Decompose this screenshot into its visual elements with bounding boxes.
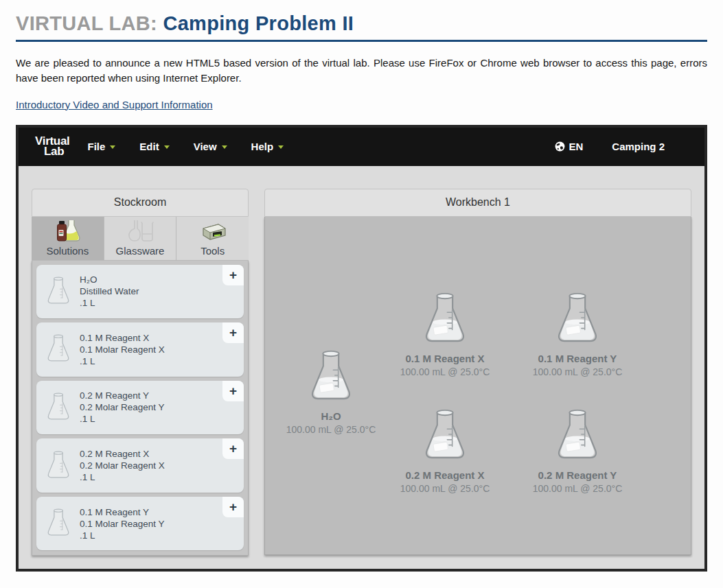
add-to-workbench-button[interactable]: +: [222, 322, 244, 343]
app-content: Stockroom Solutions: [19, 166, 704, 556]
menu-view[interactable]: View: [194, 141, 227, 152]
stock-item-01m-reagent-x[interactable]: 0.1 M Reagent X 0.1 Molar Reagent X .1 L…: [36, 322, 244, 377]
bench-flask-info: 100.00 mL @ 25.0°C: [266, 424, 396, 435]
bench-flask-info: 100.00 mL @ 25.0°C: [512, 483, 643, 494]
stock-item-volume: .1 L: [80, 297, 139, 309]
stock-item-desc: 0.2 Molar Reagent X: [80, 460, 165, 471]
add-to-workbench-button[interactable]: +: [222, 381, 244, 401]
stockroom-panel: Stockroom Solutions: [32, 189, 249, 556]
menu-edit[interactable]: Edit: [139, 141, 169, 152]
flask-icon: [46, 450, 71, 482]
stock-item-desc: Distilled Water: [80, 285, 139, 297]
intro-paragraph: We are pleased to announce a new HTML5 b…: [16, 56, 707, 86]
menu-file[interactable]: File: [88, 141, 116, 152]
stock-item-name: 0.2 M Reagent Y: [80, 390, 165, 401]
tab-tools-label: Tools: [200, 245, 225, 257]
glassware-icon: [126, 219, 154, 244]
menu-view-label: View: [194, 141, 217, 152]
menu-help[interactable]: Help: [251, 141, 284, 152]
erlenmeyer-flask-icon: [422, 291, 468, 349]
assignment-title: Camping 2: [612, 141, 665, 152]
menu-edit-label: Edit: [139, 141, 159, 152]
intro-video-link[interactable]: Introductory Video and Support Informati…: [16, 99, 213, 110]
erlenmeyer-flask-icon: [308, 349, 354, 406]
chevron-down-icon: [164, 145, 170, 149]
page-title-main: Camping Problem II: [163, 12, 354, 34]
tab-solutions[interactable]: Solutions: [32, 217, 104, 261]
logo-line2: Lab: [35, 147, 70, 157]
bench-flask-02m-reagent-y[interactable]: 0.2 M Reagent Y 100.00 mL @ 25.0°C: [512, 408, 643, 494]
bench-flask-name: H₂O: [266, 410, 396, 422]
page-title-prefix: VIRTUAL LAB:: [16, 12, 157, 34]
workbench-panel: Workbench 1 H₂O 100.00 mL @ 25.0°C 0.1 M…: [264, 189, 691, 556]
bench-flask-info: 100.00 mL @ 25.0°C: [380, 483, 510, 494]
stock-item-name: H₂O: [80, 274, 139, 285]
erlenmeyer-flask-icon: [555, 291, 600, 349]
add-to-workbench-button[interactable]: +: [222, 265, 244, 285]
stockroom-header: Stockroom: [32, 189, 249, 217]
stock-item-volume: .1 L: [80, 471, 165, 483]
bench-flask-name: 0.2 M Reagent X: [380, 469, 510, 481]
stock-item-name: 0.2 M Reagent X: [80, 448, 165, 460]
navbar-right: EN Camping 2: [555, 141, 695, 152]
bench-flask-info: 100.00 mL @ 25.0°C: [380, 366, 510, 377]
page: VIRTUAL LAB: Camping Problem II We are p…: [0, 0, 723, 572]
bench-flask-01m-reagent-y[interactable]: 0.1 M Reagent Y 100.00 mL @ 25.0°C: [512, 291, 643, 377]
chevron-down-icon: [110, 145, 115, 149]
tab-glassware[interactable]: Glassware: [104, 217, 177, 261]
stock-item-02m-reagent-x[interactable]: 0.2 M Reagent X 0.2 Molar Reagent X .1 L…: [36, 438, 244, 493]
title-underline: [16, 40, 707, 42]
language-label: EN: [569, 141, 583, 152]
workbench-surface: H₂O 100.00 mL @ 25.0°C 0.1 M Reagent X 1…: [264, 217, 691, 555]
add-to-workbench-button[interactable]: +: [222, 438, 244, 459]
page-title: VIRTUAL LAB: Camping Problem II: [16, 12, 707, 35]
stock-item-desc: 0.1 Molar Reagent Y: [80, 518, 165, 530]
erlenmeyer-flask-icon: [422, 408, 468, 465]
tab-tools[interactable]: Tools: [176, 217, 249, 261]
bench-flask-name: 0.1 M Reagent Y: [512, 353, 643, 364]
tab-solutions-label: Solutions: [46, 245, 89, 257]
globe-icon: [555, 141, 565, 152]
bench-flask-h2o[interactable]: H₂O 100.00 mL @ 25.0°C: [266, 349, 396, 435]
flask-icon: [46, 392, 71, 423]
flask-icon: [46, 508, 71, 539]
stockroom-item-list: H₂O Distilled Water .1 L + 0.1 M Reagent…: [32, 261, 249, 556]
menu-file-label: File: [88, 141, 106, 152]
add-to-workbench-button[interactable]: +: [222, 497, 244, 517]
bench-flask-02m-reagent-x[interactable]: 0.2 M Reagent X 100.00 mL @ 25.0°C: [380, 408, 510, 494]
stock-item-02m-reagent-y[interactable]: 0.2 M Reagent Y 0.2 Molar Reagent Y .1 L…: [36, 381, 244, 435]
bench-flask-info: 100.00 mL @ 25.0°C: [512, 366, 643, 377]
app-navbar: Virtual Lab File Edit View Help: [19, 128, 704, 166]
bench-flask-name: 0.1 M Reagent X: [380, 353, 510, 364]
stock-item-text: H₂O Distilled Water .1 L: [80, 274, 139, 309]
scale-icon: [198, 219, 228, 244]
stock-item-volume: .1 L: [80, 530, 165, 541]
stock-item-text: 0.2 M Reagent X 0.2 Molar Reagent X .1 L: [80, 448, 165, 483]
bench-flask-01m-reagent-x[interactable]: 0.1 M Reagent X 100.00 mL @ 25.0°C: [380, 291, 510, 377]
virtual-lab-app-frame: Virtual Lab File Edit View Help: [16, 125, 707, 572]
solutions-flask-icon: [53, 219, 82, 244]
stock-item-text: 0.1 M Reagent Y 0.1 Molar Reagent Y .1 L: [80, 506, 165, 541]
stock-item-volume: .1 L: [80, 413, 165, 425]
menu-help-label: Help: [251, 141, 274, 152]
bench-flask-name: 0.2 M Reagent Y: [512, 469, 643, 481]
language-selector[interactable]: EN: [555, 141, 583, 152]
stock-item-desc: 0.2 Molar Reagent Y: [80, 401, 165, 413]
stock-item-name: 0.1 M Reagent Y: [80, 506, 165, 518]
stockroom-tabs: Solutions Glassware: [32, 217, 249, 261]
erlenmeyer-flask-icon: [555, 408, 600, 465]
stock-item-volume: .1 L: [80, 355, 165, 367]
stock-item-name: 0.1 M Reagent X: [80, 332, 165, 344]
flask-icon: [46, 276, 71, 307]
stock-item-desc: 0.1 Molar Reagent X: [80, 344, 165, 355]
stock-item-text: 0.1 M Reagent X 0.1 Molar Reagent X .1 L: [80, 332, 165, 367]
tab-glassware-label: Glassware: [116, 245, 165, 257]
flask-icon: [46, 333, 71, 365]
stock-item-h2o[interactable]: H₂O Distilled Water .1 L +: [36, 265, 244, 319]
virtual-lab-logo: Virtual Lab: [35, 137, 70, 157]
chevron-down-icon: [278, 145, 284, 149]
stock-item-01m-reagent-y[interactable]: 0.1 M Reagent Y 0.1 Molar Reagent Y .1 L…: [36, 497, 244, 551]
stock-item-text: 0.2 M Reagent Y 0.2 Molar Reagent Y .1 L: [80, 390, 165, 425]
chevron-down-icon: [222, 145, 227, 149]
workbench-header: Workbench 1: [264, 189, 691, 217]
